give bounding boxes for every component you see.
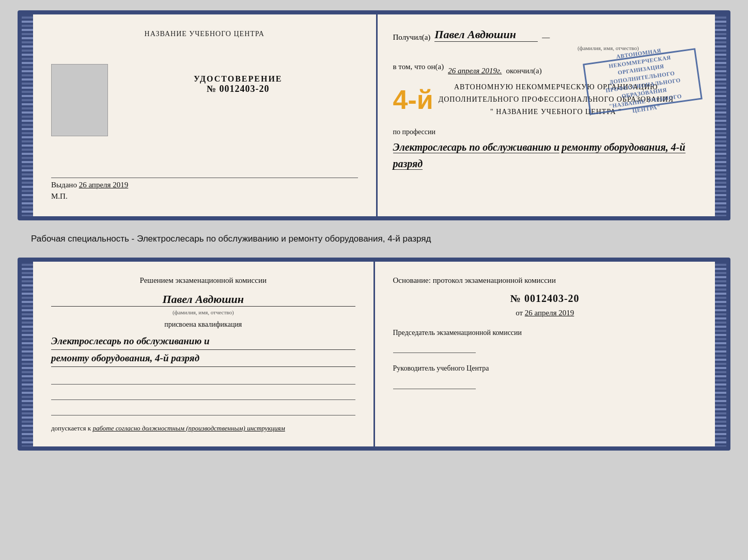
assigned-label: присвоена квалификация [51, 321, 355, 329]
person-name-bottom: Павел Авдюшин [51, 293, 355, 307]
person-name-top: Павел Авдюшин [434, 28, 538, 42]
director-label: Руководитель учебного Центра [393, 363, 697, 374]
sig-line-1 [51, 373, 355, 385]
bottom-left-binding-deco [22, 262, 33, 446]
sig-lines [51, 373, 355, 415]
bottom-doc-right-panel: Основание: протокол экзаменационной коми… [375, 262, 715, 446]
received-line: Получил(а) Павел Авдюшин — [393, 28, 700, 42]
допускается-prefix: допускается к [51, 424, 91, 432]
bottom-doc-left-panel: Решением экзаменационной комиссии Павел … [33, 262, 375, 446]
mp-label: М.П. [51, 192, 68, 201]
qual-line1: Электрослесарь по обслуживанию и [51, 333, 355, 350]
profession-value: Электрослесарь по обслуживанию и [393, 141, 560, 153]
issued-date: 26 апреля 2019 [79, 181, 129, 189]
profession-label: по профессии [393, 128, 700, 136]
dash: — [542, 33, 550, 42]
cert-number: № 0012403-20 [194, 84, 283, 94]
sig-line-3 [51, 404, 355, 415]
допускается-value: работе согласно должностным (производств… [92, 424, 285, 432]
in-that-prefix: в том, что он(а) [393, 62, 444, 71]
director-sig-line [393, 378, 476, 389]
sig-line-2 [51, 389, 355, 400]
top-document: НАЗВАНИЕ УЧЕБНОГО ЦЕНТРА УДОСТОВЕРЕНИЕ №… [18, 10, 730, 220]
received-prefix: Получил(а) [393, 33, 431, 42]
issued-line: Выдано 26 апреля 2019 [51, 178, 358, 189]
finished-word: окончил(а) [506, 67, 541, 75]
ot-date-val: 26 апреля 2019 [525, 309, 574, 317]
exam-commission-title: Решением экзаменационной комиссии [51, 275, 355, 286]
issued-label: Выдано [51, 181, 77, 189]
training-center-title: НАЗВАНИЕ УЧЕБНОГО ЦЕНТРА [145, 30, 264, 38]
fio-label-bottom: (фамилия, имя, отчество) [51, 309, 355, 315]
bottom-right-binding-deco [715, 262, 726, 446]
chairman-label: Председатель экзаменационной комиссии [393, 328, 697, 338]
osnov-label: Основание: протокол экзаменационной коми… [393, 275, 697, 286]
left-binding-deco [22, 14, 33, 216]
middle-text: Рабочая специальность - Электрослесарь п… [10, 230, 738, 248]
ot-prefix: от [516, 309, 523, 317]
cert-label: УДОСТОВЕРЕНИЕ [194, 74, 283, 84]
ot-date-bottom: от 26 апреля 2019 [393, 309, 697, 317]
cert-number-section: УДОСТОВЕРЕНИЕ № 0012403-20 [194, 74, 283, 94]
protocol-number: № 0012403-20 [393, 293, 697, 305]
top-doc-right-panel: Получил(а) Павел Авдюшин — (фамилия, имя… [378, 14, 715, 216]
допускается-block: допускается к работе согласно должностны… [51, 423, 355, 434]
big-grade: 4-й [393, 86, 433, 113]
photo-placeholder [51, 64, 108, 136]
stamp-overlay: АВТОНОМНАЯ НЕКОММЕРЧЕСКАЯОРГАНИЗАЦИЯДОПО… [583, 48, 703, 115]
qual-line2: ремонту оборудования, 4-й разряд [51, 350, 355, 367]
chairman-sig-line [393, 342, 476, 353]
bottom-document: Решением экзаменационной комиссии Павел … [18, 258, 730, 451]
profession-block: по профессии Электрослесарь по обслужива… [393, 128, 700, 172]
top-doc-left-panel: НАЗВАНИЕ УЧЕБНОГО ЦЕНТРА УДОСТОВЕРЕНИЕ №… [33, 14, 378, 216]
date-top: 26 апреля 2019г. [448, 67, 502, 75]
